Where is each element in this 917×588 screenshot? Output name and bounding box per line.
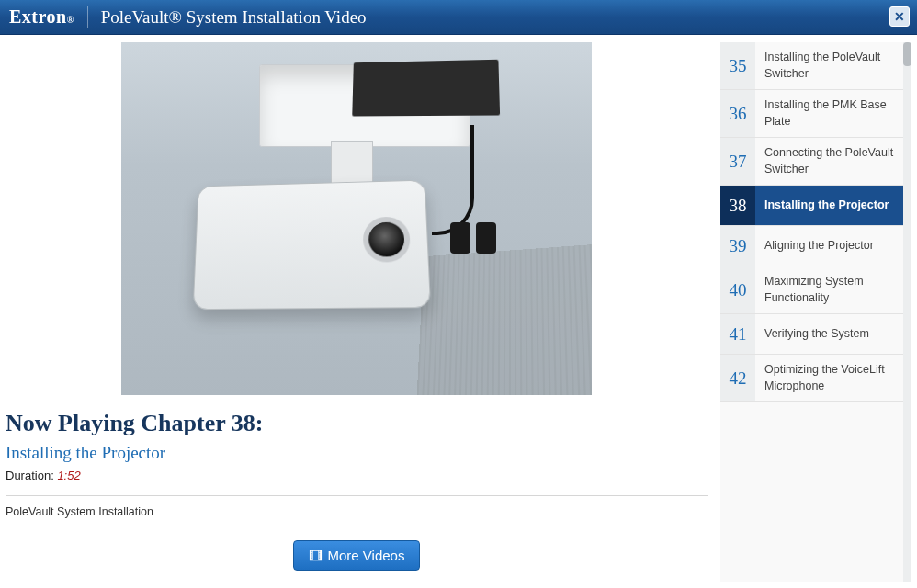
video-scene-plug (450, 222, 470, 254)
more-videos-label: More Videos (328, 548, 405, 563)
brand-dot: ® (67, 15, 74, 25)
playlist-item-37[interactable]: 37Connecting the PoleVault Switcher (720, 138, 911, 186)
playlist-item-label: Optimizing the VoiceLift Microphone (755, 355, 911, 401)
now-playing-heading: Now Playing Chapter 38: (6, 410, 708, 437)
duration-label: Duration: (6, 469, 54, 482)
scrollbar-thumb[interactable] (903, 42, 911, 66)
video-scene-ceiling (416, 243, 592, 395)
playlist-item-36[interactable]: 36Installing the PMK Base Plate (720, 90, 911, 138)
more-videos-wrap: More Videos (6, 540, 708, 571)
playlist-item-41[interactable]: 41Verifying the System (720, 314, 911, 355)
now-playing-subtitle: Installing the Projector (6, 443, 708, 463)
video-scene-plug2 (476, 222, 496, 254)
video-scene-cable (432, 125, 474, 235)
playlist-item-35[interactable]: 35Installing the PoleVault Switcher (720, 42, 911, 90)
playlist-item-39[interactable]: 39Aligning the Projector (720, 226, 911, 266)
playlist-item-38[interactable]: 38Installing the Projector (720, 186, 911, 226)
playlist-item-number: 36 (720, 90, 755, 137)
playlist-item-number: 40 (720, 266, 755, 313)
film-icon (309, 548, 323, 562)
duration-value: 1:52 (57, 469, 80, 482)
playlist-item-label: Installing the Projector (755, 190, 896, 221)
playlist-item-label: Maximizing System Functionality (755, 266, 911, 313)
playlist-item-label: Aligning the Projector (755, 231, 881, 262)
chapter-playlist: 35Installing the PoleVault Switcher36Ins… (720, 42, 911, 582)
playlist-item-number: 42 (720, 355, 755, 401)
playlist-item-40[interactable]: 40Maximizing System Functionality (720, 266, 911, 314)
video-scene-lens (363, 217, 411, 263)
page-title: PoleVault® System Installation Video (101, 7, 367, 28)
brand-logo: Extron® (9, 6, 74, 28)
divider (6, 495, 708, 496)
playlist-item-number: 41 (720, 314, 755, 354)
close-icon: ✕ (894, 9, 905, 24)
more-videos-button[interactable]: More Videos (293, 540, 421, 571)
playlist-item-number: 37 (720, 138, 755, 185)
playlist-item-label: Verifying the System (755, 319, 877, 350)
header-bar: Extron® PoleVault® System Installation V… (0, 0, 917, 35)
now-playing-panel: Now Playing Chapter 38: Installing the P… (6, 395, 708, 571)
video-scene-projector (193, 180, 431, 311)
playlist-item-label: Installing the PMK Base Plate (755, 90, 911, 137)
video-player[interactable] (121, 42, 592, 395)
series-name: PoleVault System Installation (6, 505, 708, 518)
video-column: Now Playing Chapter 38: Installing the P… (6, 42, 708, 582)
main-content: Now Playing Chapter 38: Installing the P… (0, 35, 917, 582)
header-divider (87, 6, 88, 28)
playlist-item-42[interactable]: 42Optimizing the VoiceLift Microphone (720, 355, 911, 402)
brand-text: Extron (9, 6, 67, 27)
playlist-scrollbar[interactable] (903, 42, 911, 582)
close-button[interactable]: ✕ (889, 6, 910, 27)
now-playing-duration: Duration: 1:52 (6, 469, 708, 482)
playlist-item-number: 35 (720, 42, 755, 89)
playlist-item-label: Connecting the PoleVault Switcher (755, 138, 911, 185)
video-scene-avbox (352, 60, 500, 117)
playlist-item-number: 39 (720, 226, 755, 266)
playlist-item-label: Installing the PoleVault Switcher (755, 42, 911, 89)
playlist-item-number: 38 (720, 186, 755, 225)
